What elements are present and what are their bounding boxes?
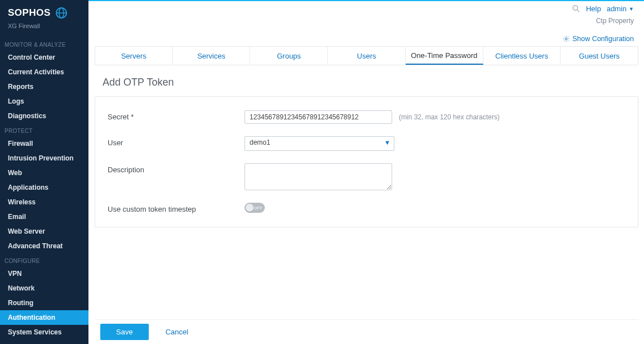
- sidebar-section-label: MONITOR & ANALYZE: [0, 37, 88, 50]
- page-title: Add OTP Token: [103, 77, 638, 88]
- row-user: User demo1 ▼: [106, 136, 627, 151]
- user-select[interactable]: demo1 ▼: [245, 136, 394, 151]
- form-panel: Secret * (min 32, max 120 hex characters…: [95, 96, 638, 227]
- timestep-toggle[interactable]: OFF: [245, 203, 265, 213]
- sidebar-item-authentication[interactable]: Authentication: [0, 310, 88, 325]
- timestep-label: Use custom token timestep: [106, 203, 245, 213]
- tab-clientless-users[interactable]: Clientless Users: [483, 47, 561, 65]
- svg-line-4: [577, 10, 579, 12]
- property-label: Ctp Property: [596, 17, 634, 25]
- tab-services[interactable]: Services: [173, 47, 251, 65]
- content: Add OTP Token Secret * (min 32, max 120 …: [95, 73, 638, 319]
- topbar: Help admin ▼ Ctp Property: [88, 0, 644, 30]
- description-label: Description: [106, 163, 245, 174]
- sidebar-item-email[interactable]: Email: [0, 209, 88, 224]
- secret-input[interactable]: [245, 110, 392, 124]
- sidebar-section-label: PROTECT: [0, 123, 88, 136]
- sidebar-section-label: CONFIGURE: [0, 253, 88, 266]
- sidebar-item-routing[interactable]: Routing: [0, 296, 88, 310]
- secret-label: Secret *: [106, 110, 245, 121]
- sidebar-item-logs[interactable]: Logs: [0, 94, 88, 109]
- svg-point-5: [565, 38, 567, 39]
- toggle-knob: [246, 204, 254, 212]
- row-secret: Secret * (min 32, max 120 hex characters…: [106, 110, 627, 124]
- user-select-value: demo1: [245, 136, 394, 151]
- sidebar-item-firewall[interactable]: Firewall: [0, 136, 88, 151]
- brand: SOPHOS: [0, 0, 88, 23]
- description-input[interactable]: [245, 163, 392, 190]
- save-button[interactable]: Save: [100, 324, 149, 340]
- sidebar-item-intrusion-prevention[interactable]: Intrusion Prevention: [0, 151, 88, 166]
- tab-users[interactable]: Users: [328, 47, 406, 65]
- brand-name: SOPHOS: [8, 7, 51, 19]
- help-link[interactable]: Help: [586, 5, 601, 13]
- caret-down-icon: ▼: [629, 6, 634, 12]
- sidebar-item-vpn[interactable]: VPN: [0, 266, 88, 281]
- tab-one-time-password[interactable]: One-Time Password: [406, 47, 483, 65]
- showconf-bar: Show Configuration: [88, 32, 644, 46]
- gear-icon: [563, 35, 570, 42]
- secret-hint: (min 32, max 120 hex characters): [399, 113, 500, 121]
- tab-guest-users[interactable]: Guest Users: [561, 47, 638, 65]
- sidebar-item-current-activities[interactable]: Current Activities: [0, 65, 88, 79]
- sidebar-nav: MONITOR & ANALYZEControl CenterCurrent A…: [0, 37, 88, 344]
- tabbar: ServersServicesGroupsUsersOne-Time Passw…: [95, 46, 638, 65]
- user-menu[interactable]: admin ▼: [607, 5, 634, 13]
- sidebar-item-applications[interactable]: Applications: [0, 180, 88, 195]
- sidebar-item-advanced-threat[interactable]: Advanced Threat: [0, 239, 88, 253]
- sidebar-item-wireless[interactable]: Wireless: [0, 195, 88, 209]
- sidebar-item-diagnostics[interactable]: Diagnostics: [0, 109, 88, 123]
- show-configuration-label: Show Configuration: [572, 35, 634, 43]
- tab-servers[interactable]: Servers: [95, 47, 173, 65]
- sidebar-section-label: SYSTEM: [0, 339, 88, 344]
- brand-product: XG Firewall: [0, 23, 88, 37]
- search-icon[interactable]: [572, 5, 580, 13]
- toggle-state: OFF: [254, 206, 263, 210]
- tab-groups[interactable]: Groups: [250, 47, 328, 65]
- sidebar-item-web[interactable]: Web: [0, 166, 88, 180]
- sidebar: SOPHOS XG Firewall MONITOR & ANALYZECont…: [0, 0, 88, 344]
- sidebar-item-control-center[interactable]: Control Center: [0, 50, 88, 65]
- svg-point-3: [573, 6, 578, 10]
- row-description: Description: [106, 163, 627, 190]
- sidebar-item-reports[interactable]: Reports: [0, 79, 88, 94]
- cancel-button[interactable]: Cancel: [166, 328, 188, 336]
- brand-globe-icon: [55, 7, 68, 19]
- user-name: admin: [607, 5, 627, 13]
- sidebar-item-network[interactable]: Network: [0, 281, 88, 296]
- sidebar-item-system-services[interactable]: System Services: [0, 325, 88, 339]
- show-configuration-link[interactable]: Show Configuration: [563, 35, 634, 43]
- user-label: User: [106, 136, 245, 147]
- row-timestep: Use custom token timestep OFF: [106, 203, 627, 213]
- sidebar-item-web-server[interactable]: Web Server: [0, 224, 88, 239]
- footer: Save Cancel: [95, 319, 638, 344]
- top-links: Help admin ▼: [572, 5, 634, 13]
